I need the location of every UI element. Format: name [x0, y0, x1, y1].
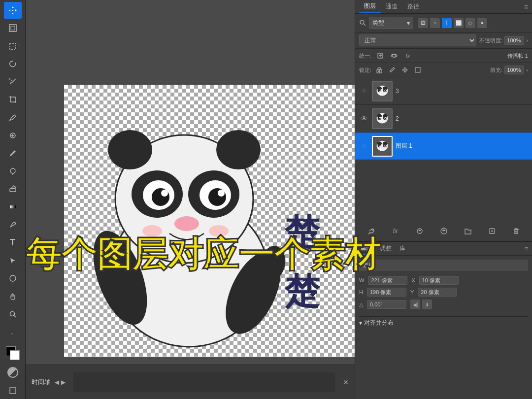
layer-2-visibility[interactable]: 👁	[359, 114, 369, 124]
filter-icons: 🖼 ○ T ⬜ ◇ •	[418, 18, 487, 28]
lock-pixels-icon[interactable]	[374, 65, 384, 75]
timeline-title: 时间轴	[32, 378, 51, 387]
layer-item-1[interactable]: 👁 图层 1	[355, 133, 532, 160]
add-mask-btn[interactable]	[413, 224, 427, 238]
crop-tool[interactable]	[4, 91, 22, 108]
text-filter-icon[interactable]: T	[442, 18, 452, 28]
rectangular-marquee-tool[interactable]	[4, 38, 22, 55]
color-swatches[interactable]	[4, 344, 22, 361]
timeline-expand-right[interactable]: ▶	[61, 379, 66, 386]
svg-text:楚: 楚	[283, 272, 320, 310]
new-layer-btn[interactable]	[485, 224, 499, 238]
eraser-tool[interactable]	[4, 181, 22, 198]
w-field[interactable]	[368, 276, 407, 285]
timeline-track-area[interactable]	[73, 372, 335, 392]
svg-rect-13	[10, 189, 16, 192]
svg-marker-4	[10, 82, 12, 85]
tab-adjustments[interactable]: 调整	[379, 242, 393, 255]
new-group-btn[interactable]	[461, 224, 475, 238]
h-field[interactable]	[367, 288, 406, 297]
tab-paths[interactable]: 路径	[402, 0, 424, 13]
link-layers-btn[interactable]	[365, 224, 378, 238]
next-frame-btn[interactable]: ⬇	[422, 299, 432, 309]
unify-fx-icon[interactable]: fx	[403, 51, 413, 61]
opacity-value[interactable]: 100%	[504, 36, 524, 45]
eyedropper-tool[interactable]	[4, 109, 22, 126]
clone-stamp-tool[interactable]	[4, 163, 22, 179]
brush-tool[interactable]	[4, 145, 22, 162]
filter-row: 类型 ▾ 🖼 ○ T ⬜ ◇ •	[355, 14, 532, 33]
lock-paint-icon[interactable]	[387, 65, 397, 75]
image-filter-icon[interactable]: 🖼	[418, 18, 428, 28]
props-menu-btn[interactable]: ≡	[525, 245, 528, 252]
layer-list: 👁 3	[355, 77, 532, 221]
fill-label: 填充:	[490, 66, 502, 74]
timeline-close-btn[interactable]: ✕	[343, 378, 349, 386]
path-selection-tool[interactable]	[4, 252, 22, 269]
gradient-tool[interactable]	[4, 199, 22, 215]
layer-item-2[interactable]: 👁 2	[355, 105, 532, 133]
opacity-arrow[interactable]: ›	[526, 37, 528, 43]
tab-layers[interactable]: 图层	[359, 0, 381, 13]
pen-tool[interactable]	[4, 216, 22, 233]
hand-tool[interactable]	[4, 288, 22, 304]
circle-filter-icon[interactable]: ○	[430, 18, 440, 28]
artboard-tool[interactable]	[4, 20, 22, 36]
lock-artboard-icon[interactable]	[413, 65, 423, 75]
move-tool[interactable]	[4, 2, 22, 19]
tab-library[interactable]: 库	[399, 242, 406, 255]
type-tool[interactable]: T	[4, 234, 22, 251]
more-tools-btn[interactable]: ···	[4, 325, 22, 341]
layer-3-visibility[interactable]: 👁	[359, 86, 369, 96]
align-section: ▾ 对齐并分布	[359, 316, 528, 329]
prev-frame-btn[interactable]: ◀|	[410, 299, 420, 309]
canvas-area[interactable]: 楚 楚	[26, 0, 355, 365]
shape-filter-icon[interactable]: ⬜	[454, 18, 464, 28]
fill-value[interactable]: 100%	[504, 66, 524, 74]
lasso-tool[interactable]	[4, 56, 22, 72]
layer-item-3[interactable]: 👁 3	[355, 77, 532, 105]
x-field[interactable]	[419, 276, 459, 285]
unify-visibility-icon[interactable]	[389, 51, 399, 61]
svg-text:楚: 楚	[283, 213, 320, 251]
dot-filter-icon[interactable]: •	[477, 18, 487, 28]
right-panel: 图层 通道 路径 ≡ 类型 ▾ 🖼 ○ T ⬜ ◇ •	[355, 0, 532, 399]
angle-field[interactable]	[367, 300, 406, 309]
opacity-label: 不透明度:	[479, 37, 502, 44]
blend-mode-select[interactable]: 正常	[359, 34, 476, 46]
lock-row: 锁定:	[355, 63, 532, 77]
canvas-content: 楚 楚	[64, 85, 355, 357]
timeline-collapse-left[interactable]: ◀	[55, 379, 59, 386]
x-label: X	[411, 277, 415, 283]
svg-point-29	[161, 190, 168, 197]
screen-mode-tool[interactable]	[4, 382, 22, 399]
svg-rect-1	[11, 26, 15, 30]
fill-arrow[interactable]: ›	[526, 67, 528, 73]
unify-position-icon[interactable]	[375, 51, 385, 61]
broadcast-label: 传播帧 1	[507, 52, 528, 60]
add-fx-btn[interactable]: fx	[389, 224, 402, 238]
quick-mask-tool[interactable]	[4, 364, 22, 381]
delete-layer-btn[interactable]	[509, 224, 523, 238]
zoom-tool[interactable]	[4, 306, 22, 323]
section-label: 素材	[359, 260, 528, 271]
tab-properties[interactable]: 属性	[359, 242, 373, 255]
svg-point-39	[360, 20, 364, 24]
panel-menu-btn[interactable]: ≡	[524, 3, 528, 11]
tab-channels[interactable]: 通道	[381, 0, 402, 13]
filter-type-dropdown[interactable]: 类型 ▾	[369, 17, 413, 29]
align-chevron-icon[interactable]: ▾	[359, 320, 362, 327]
y-field[interactable]	[418, 288, 457, 297]
svg-point-15	[10, 275, 16, 281]
properties-tabs: 属性 调整 库 ≡	[355, 242, 532, 256]
healing-brush-tool[interactable]	[4, 127, 22, 144]
layer-1-visibility[interactable]: 👁	[359, 141, 369, 151]
h-label: H	[359, 289, 363, 295]
adjustment-layer-btn[interactable]	[437, 224, 451, 238]
svg-point-44	[379, 70, 380, 72]
lock-move-icon[interactable]	[400, 65, 410, 75]
shape-tool[interactable]	[4, 270, 22, 287]
magic-wand-tool[interactable]	[4, 73, 22, 90]
smart-filter-icon[interactable]: ◇	[466, 18, 475, 28]
layers-panel: 类型 ▾ 🖼 ○ T ⬜ ◇ • 正常 不透明度: 100% ›	[355, 14, 532, 241]
